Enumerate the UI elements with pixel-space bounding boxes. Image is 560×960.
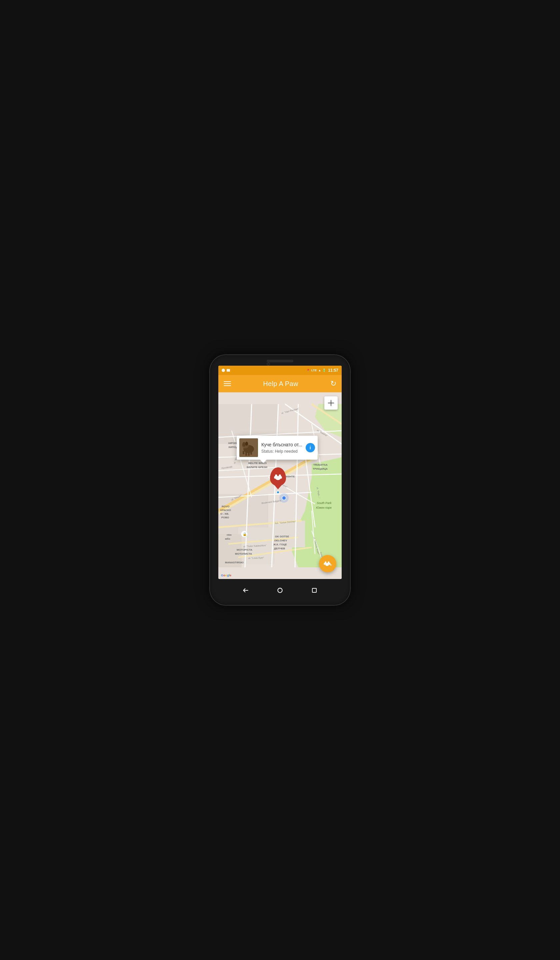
popup-animal-image [239,438,258,457]
nav-bar [218,582,342,599]
app-bar: Help A Paw ↻ [218,375,342,392]
hamburger-line-3 [224,386,231,386]
svg-point-94 [278,588,282,592]
svg-text:мбо: мбо [225,537,230,540]
popup-status: Status: Help needed [261,449,302,454]
popup-title: Куче блъснато от... [261,442,302,448]
fab-paw-plus-icon [323,559,332,568]
svg-rect-95 [312,588,316,592]
hamburger-line-2 [224,383,231,384]
menu-button[interactable] [224,381,231,386]
svg-text:TRIADITSA: TRIADITSA [313,463,328,466]
paw-pin-shape [270,467,286,486]
home-button[interactable] [274,584,286,596]
svg-text:MANASTIRSKI: MANASTIRSKI [225,561,244,564]
signal-bars-icon: ▲ [318,369,321,372]
back-button[interactable] [240,584,252,596]
status-bar-left [222,369,230,372]
svg-point-90 [324,563,325,565]
user-location-dot [276,491,280,494]
recents-square-icon [311,587,317,594]
back-arrow-icon [242,587,249,594]
notification-icon-1 [222,369,225,372]
svg-text:Ж.К. ГОЦЕ: Ж.К. ГОЦЕ [273,543,287,546]
location-button[interactable] [324,396,338,410]
svg-rect-79 [248,452,250,456]
svg-text:КРАСКО: КРАСКО [220,509,231,512]
status-bar-right: 📍 LTE ▲ 🔋 11:57 [306,368,338,373]
svg-point-85 [274,476,276,478]
svg-rect-78 [245,452,247,456]
svg-text:ТРИАДИЦА: ТРИАДИЦА [313,467,328,470]
signal-lte-icon: LTE [311,369,317,372]
svg-text:МОТОПИСТА: МОТОПИСТА [235,552,252,555]
svg-text:Южен парк: Южен парк [316,506,332,509]
svg-text:РОВО: РОВО [221,516,229,519]
map-container[interactable]: HIPODRUMA ХИПОДРУМА BELITE BREZI БЕЛИТЕ … [218,392,342,579]
phone-speaker [267,360,293,362]
svg-point-91 [329,563,330,565]
map-popup[interactable]: Куче блъснато от... Status: Help needed … [237,436,318,460]
google-logo: Google [221,574,231,577]
svg-rect-93 [331,564,331,566]
paw-icon [274,472,283,482]
popup-text-block: Куче блъснато от... Status: Help needed [261,442,302,453]
svg-point-86 [280,476,282,478]
svg-rect-80 [250,451,252,455]
home-circle-icon [277,587,283,594]
svg-text:South Park: South Park [317,501,332,505]
recents-button[interactable] [308,584,320,596]
svg-point-76 [242,442,246,446]
clock: 11:57 [328,368,338,373]
svg-text:MOTOPIСТА: MOTOPIСТА [237,548,252,551]
refresh-button[interactable]: ↻ [330,379,336,388]
svg-text:GK GOTSE: GK GOTSE [275,535,290,538]
svg-text:nbo: nbo [227,533,232,536]
crosshair-icon [327,399,334,407]
svg-text:ДЕЛЧЕВ: ДЕЛЧЕВ [274,547,285,550]
add-report-fab[interactable] [319,555,336,572]
svg-text:О - КВ.: О - КВ. [220,512,229,515]
svg-text:DELCHEV: DELCHEV [274,539,287,542]
battery-icon: 🔋 [322,369,326,372]
notification-icon-2 [227,369,230,372]
popup-info-button[interactable]: i [306,443,315,452]
paw-map-marker[interactable] [270,467,286,494]
phone-device: 📍 LTE ▲ 🔋 11:57 Help A Paw ↻ [210,355,350,605]
svg-text:🔒: 🔒 [243,532,247,536]
hamburger-line-1 [224,381,231,382]
phone-camera [267,362,270,366]
svg-text:БЕЛИТЕ БРЕЗИ: БЕЛИТЕ БРЕЗИ [247,466,267,469]
phone-screen: 📍 LTE ▲ 🔋 11:57 Help A Paw ↻ [218,366,342,579]
location-status-icon: 📍 [306,369,310,372]
svg-rect-81 [243,451,244,454]
svg-point-65 [279,493,289,503]
svg-point-68 [330,402,332,404]
svg-text:ROVO: ROVO [222,505,230,508]
svg-point-77 [245,442,248,446]
status-bar: 📍 LTE ▲ 🔋 11:57 [218,366,342,375]
app-title: Help A Paw [263,380,298,388]
